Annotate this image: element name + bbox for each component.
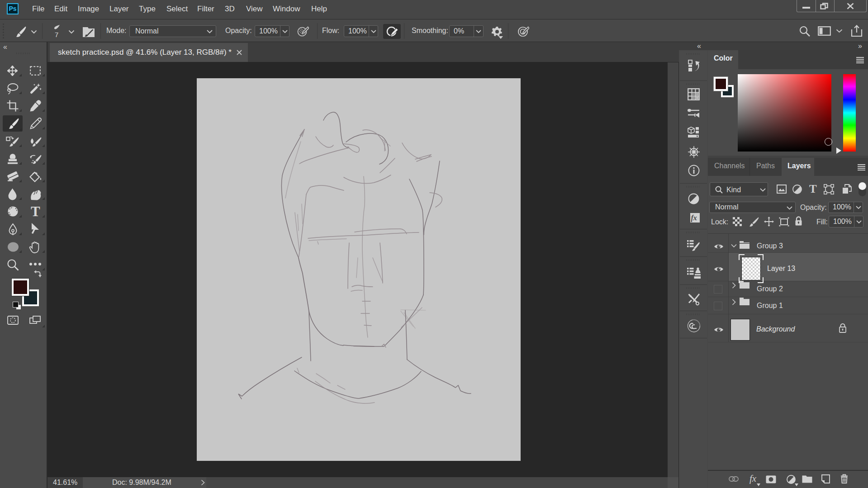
svg-text:fx: fx (691, 214, 697, 222)
